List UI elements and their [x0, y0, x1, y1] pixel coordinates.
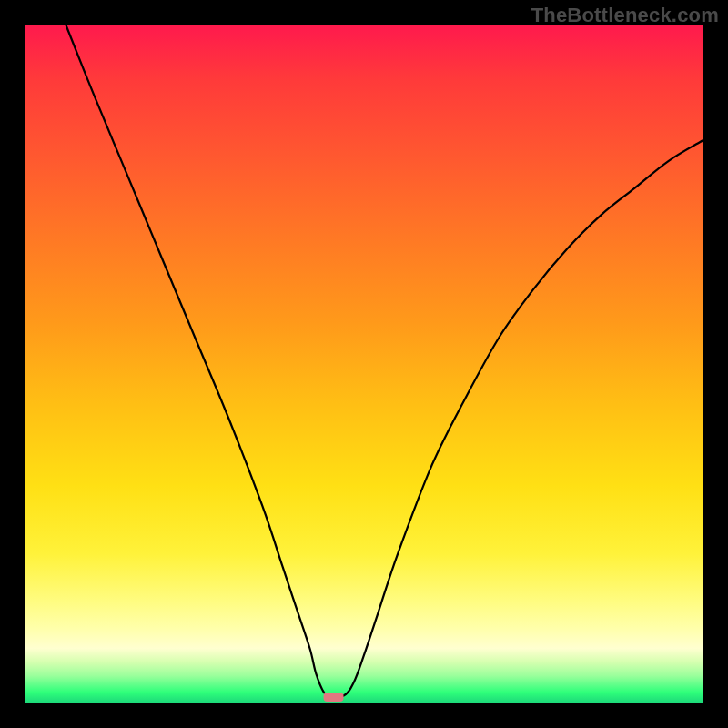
minimum-marker	[324, 693, 344, 702]
chart-svg	[25, 25, 703, 703]
plot-area	[25, 25, 703, 703]
watermark-text: TheBottleneck.com	[531, 4, 719, 27]
chart-frame: TheBottleneck.com	[0, 0, 728, 728]
bottleneck-curve	[66, 25, 703, 698]
